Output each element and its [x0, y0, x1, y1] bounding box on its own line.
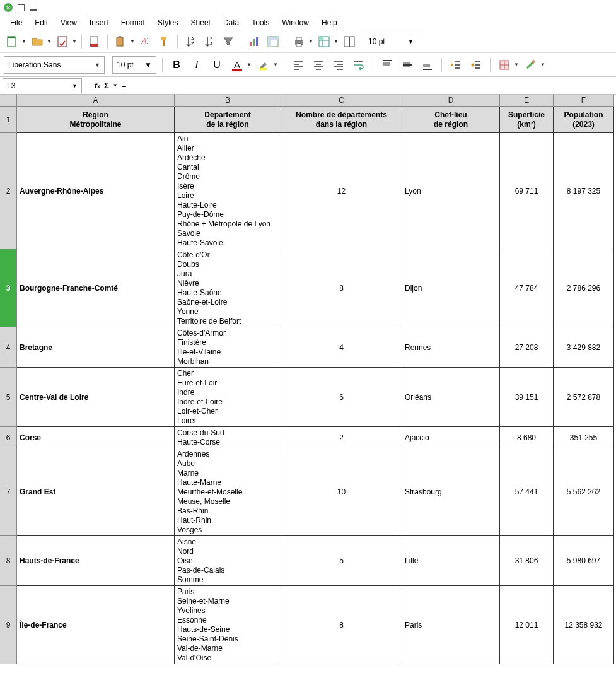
increase-indent-button[interactable] [448, 57, 464, 73]
underline-button[interactable]: U [209, 57, 225, 73]
cell[interactable]: 8 197 325 [554, 133, 614, 249]
cell[interactable]: 3 429 882 [554, 327, 614, 368]
cell[interactable]: 69 711 [500, 133, 554, 249]
cell[interactable]: 351 255 [554, 427, 614, 448]
menu-data[interactable]: Data [217, 17, 245, 28]
spreadsheet-grid[interactable]: ABCDEF 1Région MétropolitaineDépartement… [0, 95, 616, 664]
cell[interactable]: 12 358 932 [554, 586, 614, 664]
font-color-button[interactable]: A [229, 57, 245, 73]
row-header[interactable]: 6 [0, 427, 17, 448]
cell[interactable]: Côte-d'Or Doubs Jura Nièvre Haute-Saône … [175, 249, 281, 327]
cell[interactable]: 47 784 [500, 249, 554, 327]
cell[interactable]: 27 208 [500, 327, 554, 368]
column-header-D[interactable]: D [402, 95, 500, 107]
name-box[interactable]: L3 ▼ [3, 78, 82, 93]
cell[interactable]: Rennes [402, 327, 500, 368]
cell[interactable]: 31 806 [500, 536, 554, 586]
cell[interactable]: Hauts-de-France [17, 536, 175, 586]
row-header[interactable]: 1 [0, 107, 17, 133]
cell[interactable]: Paris [402, 586, 500, 664]
menu-file[interactable]: File [4, 17, 28, 28]
cell[interactable]: Centre-Val de Loire [17, 368, 175, 427]
menu-styles[interactable]: Styles [151, 17, 185, 28]
border-style-button[interactable] [523, 57, 539, 73]
cell[interactable]: Ardennes Aube Marne Haute-Marne Meurthe-… [175, 448, 281, 536]
cell[interactable]: Corse-du-Sud Haute-Corse [175, 427, 281, 448]
cell[interactable]: 10 [281, 448, 402, 536]
column-header-A[interactable]: A [17, 95, 175, 107]
column-headers[interactable]: ABCDEF [17, 95, 614, 107]
cell[interactable]: 8 [281, 249, 402, 327]
menu-format[interactable]: Format [115, 17, 151, 28]
column-header-B[interactable]: B [175, 95, 281, 107]
cell[interactable]: 2 [281, 427, 402, 448]
cell[interactable]: Strasbourg [402, 448, 500, 536]
paste-button[interactable] [112, 33, 129, 50]
cell[interactable]: 39 151 [500, 368, 554, 427]
column-header-E[interactable]: E [500, 95, 554, 107]
menu-edit[interactable]: Edit [28, 17, 54, 28]
align-right-button[interactable] [330, 57, 347, 73]
cell[interactable]: Côtes-d'Armor Finistère Ille-et-Vilaine … [175, 327, 281, 368]
cell[interactable]: Auvergne-Rhône-Alpes [17, 133, 175, 249]
chart-button[interactable] [246, 33, 262, 50]
freeze-dropdown-icon[interactable]: ▼ [332, 38, 339, 44]
header-cell[interactable]: Chef-lieu de région [402, 107, 500, 133]
select-all-corner[interactable] [0, 95, 17, 107]
cell[interactable]: 2 786 296 [554, 249, 614, 327]
paste-dropdown-icon[interactable]: ▼ [129, 38, 135, 44]
align-middle-button[interactable] [399, 57, 416, 73]
menu-insert[interactable]: Insert [83, 17, 115, 28]
cell[interactable]: Orléans [402, 368, 500, 427]
menu-sheet[interactable]: Sheet [185, 17, 217, 28]
cell[interactable]: 12 011 [500, 586, 554, 664]
save-button[interactable] [54, 33, 71, 50]
cell[interactable]: 57 441 [500, 448, 554, 536]
font-name-select[interactable]: Liberation Sans ▼ [4, 56, 105, 74]
cell[interactable]: 5 562 262 [554, 448, 614, 536]
header-cell[interactable]: Région Métropolitaine [17, 107, 175, 133]
align-center-button[interactable] [310, 57, 327, 73]
clear-formatting-button[interactable]: A [137, 33, 154, 50]
cell[interactable]: Grand Est [17, 448, 175, 536]
export-pdf-button[interactable] [86, 33, 103, 50]
header-cell[interactable]: Population (2023) [554, 107, 614, 133]
zoom-select[interactable]: 10 pt ▼ [363, 33, 419, 50]
row-header[interactable]: 4 [0, 327, 17, 368]
cell[interactable]: 12 [281, 133, 402, 249]
column-header-F[interactable]: F [554, 95, 614, 107]
cell[interactable]: 8 [281, 586, 402, 664]
cell[interactable]: Bourgogne-Franche-Comté [17, 249, 175, 327]
row-header[interactable]: 5 [0, 368, 17, 427]
cell[interactable]: Cher Eure-et-Loir Indre Indre-et-Loire L… [175, 368, 281, 427]
formula-button[interactable]: = [122, 81, 127, 90]
menu-help[interactable]: Help [315, 17, 344, 28]
print-dropdown-icon[interactable]: ▼ [307, 38, 313, 44]
borders-dropdown-icon[interactable]: ▼ [513, 62, 519, 67]
cell[interactable]: 8 680 [500, 427, 554, 448]
cell[interactable]: Corse [17, 427, 175, 448]
chevron-down-icon[interactable]: ▼ [113, 83, 118, 88]
cell[interactable]: Paris Seine-et-Marne Yvelines Essonne Ha… [175, 586, 281, 664]
borders-button[interactable] [496, 57, 513, 73]
function-wizard-button[interactable]: fx [95, 81, 100, 90]
window-close-button[interactable]: ✕ [4, 3, 13, 12]
cell[interactable]: Ajaccio [402, 427, 500, 448]
cell[interactable]: 6 [281, 368, 402, 427]
pivot-button[interactable] [265, 33, 281, 50]
cell[interactable]: Dijon [402, 249, 500, 327]
row-header[interactable]: 9 [0, 586, 17, 664]
formula-input[interactable] [129, 79, 616, 93]
cell[interactable]: 2 572 878 [554, 368, 614, 427]
bold-button[interactable]: B [168, 57, 185, 73]
row-header[interactable]: 7 [0, 448, 17, 536]
menu-tools[interactable]: Tools [245, 17, 276, 28]
open-dropdown-icon[interactable]: ▼ [45, 38, 52, 44]
cell[interactable]: Ain Allier Ardèche Cantal Drôme Isère Lo… [175, 133, 281, 249]
cell[interactable]: 5 980 697 [554, 536, 614, 586]
cell[interactable]: 4 [281, 327, 402, 368]
new-button[interactable] [4, 33, 20, 50]
new-dropdown-icon[interactable]: ▼ [20, 38, 26, 44]
cell[interactable]: Aisne Nord Oise Pas-de-Calais Somme [175, 536, 281, 586]
menu-view[interactable]: View [54, 17, 83, 28]
